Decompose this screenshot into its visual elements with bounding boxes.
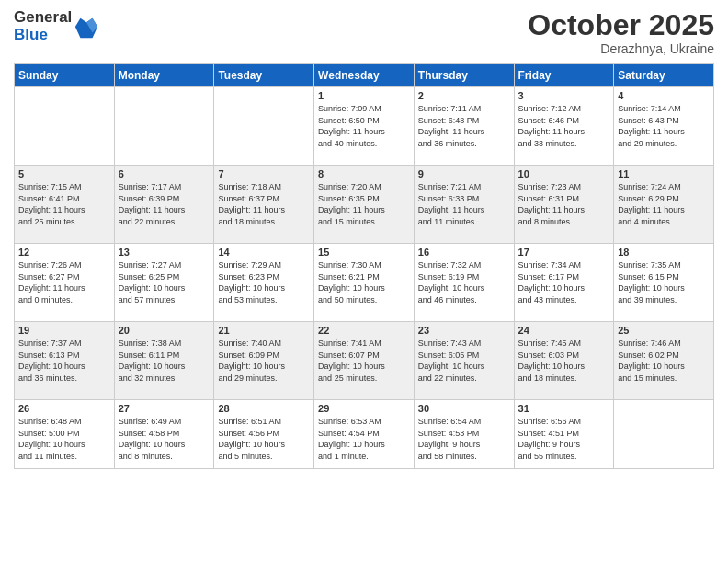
calendar-cell: 2Sunrise: 7:11 AMSunset: 6:48 PMDaylight… bbox=[414, 87, 514, 166]
logo-general: General bbox=[14, 9, 72, 27]
calendar-cell: 16Sunrise: 7:32 AMSunset: 6:19 PMDayligh… bbox=[414, 244, 514, 322]
calendar-cell: 9Sunrise: 7:21 AMSunset: 6:33 PMDaylight… bbox=[414, 166, 514, 244]
calendar-cell: 30Sunrise: 6:54 AMSunset: 4:53 PMDayligh… bbox=[414, 400, 514, 469]
calendar-week-2: 5Sunrise: 7:15 AMSunset: 6:41 PMDaylight… bbox=[15, 166, 714, 244]
logo-blue: Blue bbox=[14, 27, 72, 44]
header: General Blue October 2025 Derazhnya, Ukr… bbox=[14, 9, 714, 56]
day-info: Sunrise: 7:37 AMSunset: 6:13 PMDaylight:… bbox=[18, 338, 110, 384]
day-number: 22 bbox=[318, 325, 410, 336]
calendar-cell: 20Sunrise: 7:38 AMSunset: 6:11 PMDayligh… bbox=[114, 322, 214, 400]
calendar-week-3: 12Sunrise: 7:26 AMSunset: 6:27 PMDayligh… bbox=[15, 244, 714, 322]
calendar-cell: 29Sunrise: 6:53 AMSunset: 4:54 PMDayligh… bbox=[314, 400, 415, 469]
day-info: Sunrise: 6:48 AMSunset: 5:00 PMDaylight:… bbox=[18, 416, 110, 462]
day-number: 3 bbox=[518, 90, 610, 101]
day-info: Sunrise: 7:46 AMSunset: 6:02 PMDaylight:… bbox=[618, 338, 710, 384]
day-info: Sunrise: 7:23 AMSunset: 6:31 PMDaylight:… bbox=[518, 181, 610, 227]
header-tuesday: Tuesday bbox=[214, 64, 314, 87]
calendar-cell: 14Sunrise: 7:29 AMSunset: 6:23 PMDayligh… bbox=[214, 244, 314, 322]
day-info: Sunrise: 7:35 AMSunset: 6:15 PMDaylight:… bbox=[618, 259, 710, 305]
calendar-cell: 7Sunrise: 7:18 AMSunset: 6:37 PMDaylight… bbox=[214, 166, 314, 244]
header-sunday: Sunday bbox=[15, 64, 115, 87]
calendar-week-5: 26Sunrise: 6:48 AMSunset: 5:00 PMDayligh… bbox=[15, 400, 714, 469]
calendar-cell: 6Sunrise: 7:17 AMSunset: 6:39 PMDaylight… bbox=[114, 166, 214, 244]
day-info: Sunrise: 7:17 AMSunset: 6:39 PMDaylight:… bbox=[119, 181, 210, 227]
calendar-cell: 18Sunrise: 7:35 AMSunset: 6:15 PMDayligh… bbox=[614, 244, 714, 322]
day-number: 29 bbox=[318, 403, 410, 414]
day-info: Sunrise: 7:29 AMSunset: 6:23 PMDaylight:… bbox=[218, 259, 310, 305]
calendar-cell: 31Sunrise: 6:56 AMSunset: 4:51 PMDayligh… bbox=[514, 400, 614, 469]
day-info: Sunrise: 7:41 AMSunset: 6:07 PMDaylight:… bbox=[318, 338, 410, 384]
calendar-cell: 21Sunrise: 7:40 AMSunset: 6:09 PMDayligh… bbox=[214, 322, 314, 400]
calendar-cell: 13Sunrise: 7:27 AMSunset: 6:25 PMDayligh… bbox=[114, 244, 214, 322]
calendar-cell: 3Sunrise: 7:12 AMSunset: 6:46 PMDaylight… bbox=[514, 87, 614, 166]
header-monday: Monday bbox=[114, 64, 214, 87]
day-info: Sunrise: 7:20 AMSunset: 6:35 PMDaylight:… bbox=[318, 181, 410, 227]
day-number: 13 bbox=[119, 247, 210, 258]
calendar-week-1: 1Sunrise: 7:09 AMSunset: 6:50 PMDaylight… bbox=[15, 87, 714, 166]
day-number: 5 bbox=[18, 168, 110, 179]
calendar-cell: 8Sunrise: 7:20 AMSunset: 6:35 PMDaylight… bbox=[314, 166, 415, 244]
day-info: Sunrise: 7:40 AMSunset: 6:09 PMDaylight:… bbox=[218, 338, 310, 384]
day-info: Sunrise: 6:49 AMSunset: 4:58 PMDaylight:… bbox=[119, 416, 210, 462]
calendar-cell: 15Sunrise: 7:30 AMSunset: 6:21 PMDayligh… bbox=[314, 244, 415, 322]
day-info: Sunrise: 7:27 AMSunset: 6:25 PMDaylight:… bbox=[119, 259, 210, 305]
day-info: Sunrise: 7:11 AMSunset: 6:48 PMDaylight:… bbox=[418, 103, 510, 149]
day-number: 4 bbox=[618, 90, 710, 101]
calendar-cell: 1Sunrise: 7:09 AMSunset: 6:50 PMDaylight… bbox=[314, 87, 415, 166]
day-number: 15 bbox=[318, 247, 410, 258]
logo-text: General Blue bbox=[14, 9, 72, 43]
day-info: Sunrise: 7:38 AMSunset: 6:11 PMDaylight:… bbox=[119, 338, 210, 384]
day-number: 12 bbox=[18, 247, 110, 258]
day-number: 26 bbox=[18, 403, 110, 414]
calendar-cell bbox=[15, 87, 115, 166]
location: Derazhnya, Ukraine bbox=[528, 41, 714, 56]
day-number: 7 bbox=[218, 168, 310, 179]
calendar-cell: 11Sunrise: 7:24 AMSunset: 6:29 PMDayligh… bbox=[614, 166, 714, 244]
day-info: Sunrise: 7:24 AMSunset: 6:29 PMDaylight:… bbox=[618, 181, 710, 227]
day-info: Sunrise: 7:30 AMSunset: 6:21 PMDaylight:… bbox=[318, 259, 410, 305]
day-info: Sunrise: 7:43 AMSunset: 6:05 PMDaylight:… bbox=[418, 338, 510, 384]
title-section: October 2025 Derazhnya, Ukraine bbox=[528, 9, 714, 56]
calendar: Sunday Monday Tuesday Wednesday Thursday… bbox=[14, 63, 714, 469]
day-info: Sunrise: 6:54 AMSunset: 4:53 PMDaylight:… bbox=[418, 416, 510, 462]
calendar-cell: 23Sunrise: 7:43 AMSunset: 6:05 PMDayligh… bbox=[414, 322, 514, 400]
header-wednesday: Wednesday bbox=[314, 64, 415, 87]
day-info: Sunrise: 7:26 AMSunset: 6:27 PMDaylight:… bbox=[18, 259, 110, 305]
logo-icon bbox=[74, 14, 99, 40]
header-thursday: Thursday bbox=[414, 64, 514, 87]
calendar-cell: 4Sunrise: 7:14 AMSunset: 6:43 PMDaylight… bbox=[614, 87, 714, 166]
calendar-cell bbox=[614, 400, 714, 469]
day-number: 23 bbox=[418, 325, 510, 336]
calendar-cell: 12Sunrise: 7:26 AMSunset: 6:27 PMDayligh… bbox=[15, 244, 115, 322]
calendar-cell: 10Sunrise: 7:23 AMSunset: 6:31 PMDayligh… bbox=[514, 166, 614, 244]
page: General Blue October 2025 Derazhnya, Ukr… bbox=[0, 0, 728, 563]
calendar-cell: 24Sunrise: 7:45 AMSunset: 6:03 PMDayligh… bbox=[514, 322, 614, 400]
day-number: 27 bbox=[119, 403, 210, 414]
day-info: Sunrise: 7:09 AMSunset: 6:50 PMDaylight:… bbox=[318, 103, 410, 149]
day-info: Sunrise: 7:14 AMSunset: 6:43 PMDaylight:… bbox=[618, 103, 710, 149]
day-number: 11 bbox=[618, 168, 710, 179]
header-saturday: Saturday bbox=[614, 64, 714, 87]
calendar-week-4: 19Sunrise: 7:37 AMSunset: 6:13 PMDayligh… bbox=[15, 322, 714, 400]
day-number: 18 bbox=[618, 247, 710, 258]
day-number: 8 bbox=[318, 168, 410, 179]
day-info: Sunrise: 7:34 AMSunset: 6:17 PMDaylight:… bbox=[518, 259, 610, 305]
calendar-cell: 19Sunrise: 7:37 AMSunset: 6:13 PMDayligh… bbox=[15, 322, 115, 400]
day-info: Sunrise: 7:18 AMSunset: 6:37 PMDaylight:… bbox=[218, 181, 310, 227]
day-number: 31 bbox=[518, 403, 610, 414]
month-title: October 2025 bbox=[528, 9, 714, 41]
calendar-cell: 25Sunrise: 7:46 AMSunset: 6:02 PMDayligh… bbox=[614, 322, 714, 400]
day-info: Sunrise: 6:56 AMSunset: 4:51 PMDaylight:… bbox=[518, 416, 610, 462]
day-number: 20 bbox=[119, 325, 210, 336]
day-number: 2 bbox=[418, 90, 510, 101]
day-number: 25 bbox=[618, 325, 710, 336]
day-info: Sunrise: 7:21 AMSunset: 6:33 PMDaylight:… bbox=[418, 181, 510, 227]
day-info: Sunrise: 7:45 AMSunset: 6:03 PMDaylight:… bbox=[518, 338, 610, 384]
calendar-cell bbox=[114, 87, 214, 166]
day-info: Sunrise: 6:51 AMSunset: 4:56 PMDaylight:… bbox=[218, 416, 310, 462]
day-number: 6 bbox=[119, 168, 210, 179]
day-number: 21 bbox=[218, 325, 310, 336]
day-number: 1 bbox=[318, 90, 410, 101]
calendar-cell: 22Sunrise: 7:41 AMSunset: 6:07 PMDayligh… bbox=[314, 322, 415, 400]
header-friday: Friday bbox=[514, 64, 614, 87]
